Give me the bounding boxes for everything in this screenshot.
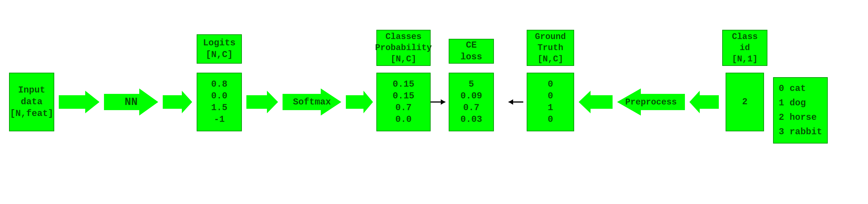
class-list: 0 cat 1 dog 2 horse 3 rabbit: [773, 77, 828, 143]
svg-marker-3: [508, 99, 513, 105]
svg-marker-1: [441, 99, 445, 105]
